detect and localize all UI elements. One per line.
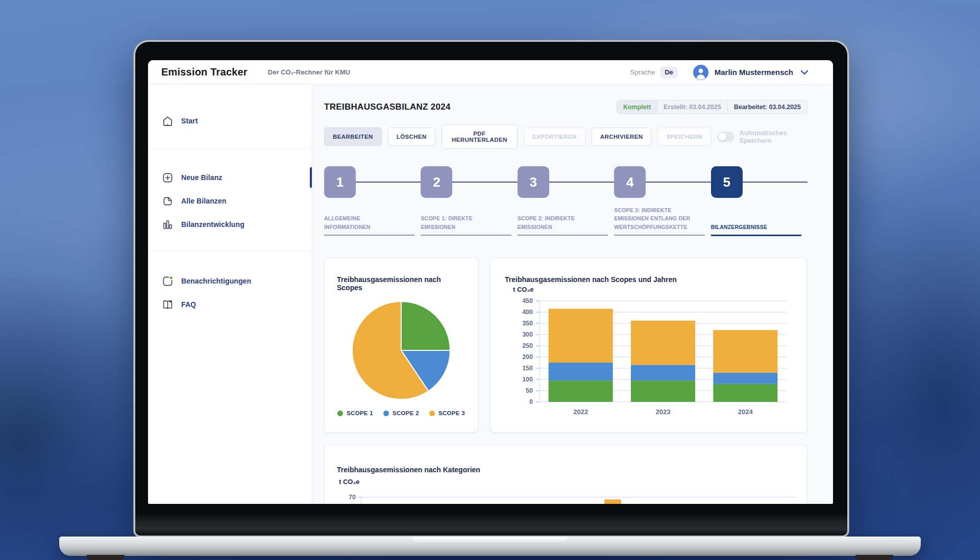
archivieren-button[interactable]: ARCHIVIEREN <box>592 128 652 146</box>
balance-meta: Komplett Erstellt: 03.04.2025 Bearbeitet… <box>617 100 807 114</box>
book-icon <box>162 299 174 311</box>
active-indicator <box>310 167 312 188</box>
notification-icon <box>162 275 174 287</box>
svg-text:250: 250 <box>522 342 533 349</box>
brand-logo: Emission Tracker <box>161 66 248 78</box>
svg-text:t CO₂e: t CO₂e <box>513 286 533 293</box>
legend-label: SCOPE 1 <box>347 410 373 416</box>
main-content: TREIBHAUSGASBILANZ 2024 Komplett Erstell… <box>312 85 833 504</box>
chevron-down-icon[interactable] <box>800 68 808 77</box>
svg-text:200: 200 <box>522 353 533 361</box>
step-connector <box>452 182 517 183</box>
step-connector <box>356 182 421 183</box>
autosave-toggle[interactable] <box>717 132 734 142</box>
category-chart-title: Treibhausgasemissionen nach Kategorien <box>337 466 801 474</box>
stepper: 1ALLGEMEINE INFORMATIONEN2SCOPE 1: DIREK… <box>324 166 807 236</box>
user-name: Marlin Mustermensch <box>715 68 793 77</box>
laptop-lid: Emission Tracker Der CO₂-Rechner für KMU… <box>135 42 847 536</box>
sidebar-item-benachrichtigungen[interactable]: Benachrichtigungen <box>148 269 312 293</box>
sidebar-item-label: Bilanzentwicklung <box>181 220 244 228</box>
svg-text:50: 50 <box>526 387 533 394</box>
step-underline <box>421 235 511 236</box>
sidebar-item-label: FAQ <box>181 300 196 309</box>
svg-text:0: 0 <box>529 398 533 405</box>
legend-item: SCOPE 2 <box>383 410 419 416</box>
brand-tagline: Der CO₂-Rechner für KMU <box>268 68 350 76</box>
laptop-base <box>59 537 921 556</box>
sidebar-item-label: Neue Bilanz <box>181 173 222 182</box>
sidebar-item-neue-bilanz[interactable]: Neue Bilanz <box>148 166 312 189</box>
bearbeiten-button[interactable]: BEARBEITEN <box>324 128 382 146</box>
step-underline <box>518 235 608 236</box>
language-label: Sprache <box>630 68 655 76</box>
svg-text:450: 450 <box>522 297 533 304</box>
sidebar-item-label: Alle Bilanzen <box>181 197 226 205</box>
autosave-control: Automatisches Speichern <box>717 129 807 144</box>
sidebar-item-start[interactable]: Start <box>148 109 312 133</box>
laptop-foot <box>855 555 893 560</box>
sidebar-item-bilanzentwicklung[interactable]: Bilanzentwicklung <box>148 213 312 236</box>
step-3-box[interactable]: 3 <box>518 166 549 198</box>
legend-dot-icon <box>337 411 343 416</box>
bar-segment <box>549 363 613 380</box>
svg-text:70: 70 <box>349 494 356 501</box>
toggle-knob <box>718 133 726 141</box>
svg-text:2023: 2023 <box>656 408 671 416</box>
documents-icon <box>162 195 174 207</box>
legend-item: SCOPE 3 <box>429 410 465 416</box>
step-1: 1ALLGEMEINE INFORMATIONEN <box>324 166 421 236</box>
svg-text:t CO₂e: t CO₂e <box>339 478 359 486</box>
laptop-hinge <box>135 514 847 536</box>
svg-text:2024: 2024 <box>738 408 753 416</box>
plus-square-icon <box>162 172 174 184</box>
pie-legend: SCOPE 1SCOPE 2SCOPE 3 <box>337 410 465 416</box>
svg-text:300: 300 <box>522 331 533 338</box>
step-1-box[interactable]: 1 <box>324 166 356 198</box>
svg-text:350: 350 <box>522 320 533 327</box>
laptop-thumb-groove <box>412 537 568 544</box>
bar-segment <box>713 330 777 373</box>
legend-label: SCOPE 3 <box>438 410 465 416</box>
sidebar-divider <box>148 251 312 252</box>
sidebar-divider <box>148 148 312 148</box>
sidebar-item-faq[interactable]: FAQ <box>148 293 312 316</box>
card-emissions-by-year: Treibhausgasemissionen nach Scopes und J… <box>490 258 807 432</box>
home-icon <box>162 115 174 127</box>
step-2-label: SCOPE 1: DIREKTE EMISSIONEN <box>421 205 517 232</box>
bar-chart-title: Treibhausgasemissionen nach Scopes und J… <box>505 275 793 284</box>
step-3-label: SCOPE 2: INDIREKTE EMISSIONEN <box>518 205 614 232</box>
step-connector <box>549 182 614 183</box>
card-emissions-by-scope: Treibhausgasemissionen nach Scopes SCOPE… <box>324 258 478 432</box>
bar-segment <box>631 380 695 402</box>
user-avatar-icon[interactable] <box>693 65 708 80</box>
l-schen-button[interactable]: LÖSCHEN <box>388 128 435 146</box>
step-underline <box>614 235 704 236</box>
legend-dot-icon <box>429 411 435 416</box>
pie-slice-scope-1 <box>401 301 450 350</box>
bar-segment <box>713 384 777 402</box>
step-2-box[interactable]: 2 <box>421 166 452 198</box>
created-date: Erstellt: 03.04.2025 <box>657 100 727 114</box>
step-5-label: BILANZERGEBNISSE <box>711 205 807 232</box>
step-2: 2SCOPE 1: DIREKTE EMISSIONEN <box>421 166 517 236</box>
language-selector[interactable]: De <box>660 66 678 78</box>
bar-segment <box>713 373 777 384</box>
step-5-box[interactable]: 5 <box>711 166 743 198</box>
pie-chart <box>349 298 454 403</box>
laptop-foot <box>87 555 125 560</box>
step-4-label: SCOPE 3: INDIREKTE EMISSIONEN ENTLANG DE… <box>614 205 710 232</box>
step-3: 3SCOPE 2: INDIREKTE EMISSIONEN <box>518 166 614 236</box>
step-underline <box>711 235 801 236</box>
sidebar-item-alle-bilanzen[interactable]: Alle Bilanzen <box>148 189 312 213</box>
autosave-label: Automatisches Speichern <box>740 129 807 144</box>
app-header: Emission Tracker Der CO₂-Rechner für KMU… <box>148 60 833 85</box>
exportieren-button: EXPORTIEREN <box>524 128 585 146</box>
pdf-herunterladen-button[interactable]: PDF HERUNTERLADEN <box>442 124 518 149</box>
speichern-button: SPEICHERN <box>657 128 711 146</box>
step-4: 4SCOPE 3: INDIREKTE EMISSIONEN ENTLANG D… <box>614 166 710 236</box>
step-underline <box>324 235 414 236</box>
step-4-box[interactable]: 4 <box>614 166 646 198</box>
status-badge: Komplett <box>617 100 657 114</box>
legend-label: SCOPE 2 <box>393 410 419 416</box>
screen: Emission Tracker Der CO₂-Rechner für KMU… <box>148 60 833 504</box>
